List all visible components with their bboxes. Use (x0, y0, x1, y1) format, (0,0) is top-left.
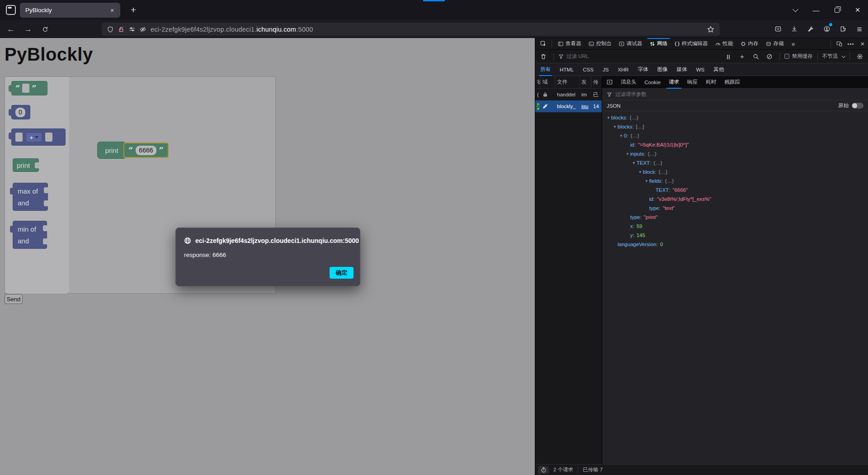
dialog-ok-button[interactable]: 确定 (330, 267, 354, 279)
account-icon[interactable] (822, 24, 832, 34)
reload-button[interactable] (40, 24, 51, 35)
block-requests-icon[interactable] (764, 51, 775, 62)
workspace-print-block[interactable]: print (97, 142, 126, 159)
filter-type-所有[interactable]: 所有 (539, 63, 552, 76)
toolbox-text-block[interactable]: “ ” (11, 81, 47, 95)
filter-type-xhr[interactable]: XHR (616, 63, 630, 76)
json-tree-row[interactable]: ▼0:{…} (602, 131, 868, 140)
tab-list-chevron-icon[interactable] (785, 0, 806, 20)
devtools-tab-inspector[interactable]: 查看器 (555, 38, 585, 50)
blocked-content-icon[interactable] (140, 26, 146, 33)
pause-traffic-icon[interactable]: || (723, 51, 734, 62)
tab-close-icon[interactable]: × (108, 6, 117, 15)
forward-button[interactable]: → (23, 24, 33, 35)
column-initiator[interactable]: 发 (580, 76, 591, 88)
devtools-close-icon[interactable]: × (857, 38, 868, 49)
filter-params-input[interactable]: 过滤请求参数 (615, 91, 646, 98)
expand-arrow-icon[interactable]: ▼ (644, 179, 649, 183)
column-status[interactable]: 状 (535, 76, 541, 88)
responsive-design-icon[interactable] (834, 38, 844, 49)
split-panel-icon[interactable] (604, 77, 615, 88)
toolbox-min-block[interactable]: min of and (13, 221, 47, 249)
detail-tab-消息头[interactable]: 消息头 (617, 76, 641, 89)
toolbox-print-block[interactable]: print (13, 158, 39, 172)
filter-type-ws[interactable]: WS (695, 63, 706, 76)
insecure-lock-icon[interactable] (118, 26, 124, 33)
window-restore-button[interactable] (826, 0, 847, 20)
left-operand-socket[interactable] (15, 133, 23, 142)
expand-arrow-icon[interactable]: ▼ (631, 161, 637, 165)
filter-type-媒体[interactable]: 媒体 (675, 63, 689, 76)
expand-arrow-icon[interactable]: ▼ (618, 134, 624, 138)
throttling-dropdown[interactable]: 不节流 (822, 53, 838, 60)
devtools-tab-performance[interactable]: 性能 (712, 38, 736, 50)
right-operand-socket[interactable] (45, 133, 52, 142)
json-tree-row[interactable]: ▼block:{…} (602, 167, 868, 176)
browser-tab[interactable]: PyBlockly × (20, 3, 120, 18)
json-tree-row[interactable]: ▼TEXT:{…} (602, 158, 868, 167)
json-tree-row[interactable]: ▼blocks:{…} (602, 113, 868, 122)
toolbox-number-block[interactable]: 0 (11, 105, 30, 119)
detail-tab-耗时[interactable]: 耗时 (702, 76, 720, 89)
filter-type-js[interactable]: JS (601, 63, 610, 76)
extensions-icon[interactable] (838, 24, 848, 34)
performance-analysis-icon[interactable] (538, 466, 549, 474)
window-close-button[interactable]: × (847, 0, 868, 20)
permissions-icon[interactable] (129, 26, 135, 33)
request-initiator-link[interactable]: jqu (580, 100, 591, 112)
json-tree-row[interactable]: type:"print" (602, 213, 868, 222)
devtools-tab-console[interactable]: 控制台 (585, 38, 615, 50)
filter-type-html[interactable]: HTML (558, 63, 575, 76)
expand-arrow-icon[interactable]: ▼ (637, 170, 643, 174)
clear-requests-icon[interactable] (538, 51, 549, 62)
json-tree-row[interactable]: ▼blocks:[…] (602, 122, 868, 131)
filter-type-其他[interactable]: 其他 (712, 63, 725, 76)
devtools-tab-memory[interactable]: 内存 (737, 38, 762, 50)
filter-type-css[interactable]: CSS (581, 63, 595, 76)
devtools-tab-network[interactable]: 网络 (646, 38, 671, 50)
expand-arrow-icon[interactable]: ▼ (606, 116, 611, 120)
tracking-shield-icon[interactable] (107, 26, 113, 33)
request-row[interactable]: ( handdel im 已 (535, 89, 602, 100)
pick-element-icon[interactable] (538, 38, 549, 49)
bookmark-star-icon[interactable] (707, 26, 714, 33)
devtools-meatball-menu-icon[interactable]: ••• (845, 38, 856, 49)
json-tree-row[interactable]: TEXT:"6666" (602, 185, 868, 195)
json-tree-row[interactable]: languageVersion:0 (602, 240, 868, 249)
back-button[interactable]: ← (5, 24, 16, 35)
disable-cache-checkbox[interactable] (784, 54, 789, 59)
firefox-view-icon[interactable] (6, 5, 16, 15)
detail-tab-响应[interactable]: 响应 (683, 76, 702, 89)
filter-url-input[interactable]: 过滤 URL (566, 53, 589, 60)
menu-hamburger-icon[interactable]: ≡ (854, 24, 864, 34)
json-tree-row[interactable]: id:"v3e8i%/;IdFty*[_exs%" (602, 195, 868, 204)
url-bar[interactable]: eci-2zefgk9je6f4s2ljzvop.cloudeci1.ichun… (102, 23, 720, 36)
toolbox-arithmetic-block[interactable]: + (11, 128, 66, 146)
detail-tab-Cookie[interactable]: Cookie (641, 76, 665, 89)
filter-type-字体[interactable]: 字体 (637, 63, 650, 76)
text-value-field[interactable]: 6666 (136, 146, 156, 155)
new-request-icon[interactable]: + (737, 51, 748, 62)
overflow-tabs-chevrons[interactable]: » (788, 38, 799, 49)
json-tree-row[interactable]: type:"text" (602, 204, 868, 213)
expand-arrow-icon[interactable]: ▼ (612, 125, 618, 129)
network-settings-gear-icon[interactable] (854, 51, 865, 62)
workspace-text-block-selected[interactable]: “ 6666 ” (123, 142, 169, 158)
toolbox-max-block[interactable]: max of and (13, 183, 48, 211)
devtools-tab-style-editor[interactable]: { }样式编辑器 (672, 38, 711, 50)
devtools-wrench-icon[interactable] (806, 24, 816, 34)
raw-toggle[interactable] (852, 103, 863, 109)
new-tab-button[interactable]: + (127, 3, 140, 17)
expand-arrow-icon[interactable]: ▼ (625, 152, 630, 156)
column-transferred[interactable]: 传 (591, 76, 602, 88)
operator-dropdown[interactable]: + (26, 133, 42, 142)
request-row-selected[interactable]: 2 blockly_ jqu 14 (535, 100, 602, 112)
json-tree-row[interactable]: ▼inputs:{…} (602, 149, 868, 158)
column-file[interactable]: 文件 (555, 76, 580, 88)
pocket-icon[interactable] (773, 24, 783, 34)
downloads-icon[interactable] (789, 24, 799, 34)
detail-tab-请求[interactable]: 请求 (665, 76, 683, 89)
window-minimize-button[interactable]: — (806, 0, 826, 20)
json-tree-row[interactable]: id:"=5qKe:BAI}1i1|ls]0^]" (602, 140, 868, 149)
search-icon[interactable] (750, 51, 761, 62)
